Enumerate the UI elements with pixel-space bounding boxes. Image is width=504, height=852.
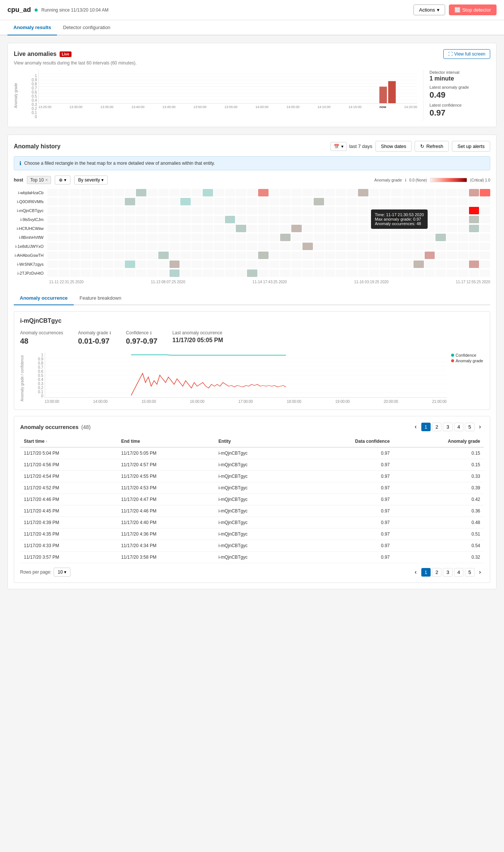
next-page-button[interactable]: › [476, 422, 484, 431]
heatmap-cell[interactable] [136, 189, 146, 196]
tab-feature-breakdown[interactable]: Feature breakdown [74, 291, 127, 305]
top-header: cpu_ad Running since 11/13/20 10:04 AM A… [0, 0, 504, 20]
prev-page-button-bottom[interactable]: ‹ [412, 568, 419, 577]
heatmap-cell[interactable] [469, 207, 479, 214]
cell-entity: i-mQjnCBTgyc [215, 471, 298, 482]
heatmap-cell[interactable] [413, 261, 424, 268]
show-dates-button[interactable]: Show dates [375, 141, 412, 152]
clear-top10-button[interactable]: × [45, 177, 48, 183]
main-content: Live anomalies Live ⛶ View full screen V… [0, 35, 504, 597]
heatmap-cell [203, 207, 213, 214]
cell-confidence: 0.97 [298, 459, 394, 471]
page-1-button[interactable]: 1 [421, 423, 431, 431]
heatmap-cell[interactable] [258, 189, 269, 196]
table-body: 11/17/20 5:04 PM 11/17/20 5:05 PM i-mQjn… [20, 447, 484, 563]
heatmap-cell [158, 225, 169, 232]
heatmap-cell [58, 243, 69, 250]
heatmap-cell [325, 198, 335, 205]
heatmap-cell [47, 216, 58, 223]
heatmap-row: i-flBmhHVtfW [14, 234, 490, 241]
page-4-button[interactable]: 4 [454, 423, 463, 431]
heatmap-cell[interactable] [247, 269, 257, 277]
heatmap-cell [247, 207, 257, 214]
heatmap-cell [425, 234, 435, 241]
heatmap-cell [136, 243, 146, 250]
heatmap-cell[interactable] [125, 198, 135, 205]
heatmap-cell [380, 207, 390, 214]
heatmap-cell[interactable] [125, 261, 135, 268]
stop-detector-button[interactable]: ⬜ Stop detector [449, 4, 497, 15]
heatmap-cell[interactable] [158, 252, 169, 259]
page-5-button-bottom[interactable]: 5 [465, 568, 474, 577]
page-3-button[interactable]: 3 [443, 423, 452, 431]
heatmap-cell [214, 189, 224, 196]
page-2-button[interactable]: 2 [432, 423, 441, 431]
heatmap-cell[interactable] [469, 225, 479, 232]
view-fullscreen-button[interactable]: ⛶ View full screen [443, 49, 490, 59]
live-anomalies-card: Live anomalies Live ⛶ View full screen V… [7, 43, 497, 127]
heatmap-cell [402, 234, 413, 241]
next-page-button-bottom[interactable]: › [476, 568, 484, 577]
heatmap-cell[interactable] [391, 216, 402, 223]
heatmap-cell [70, 198, 80, 205]
heatmap-cell[interactable] [302, 243, 313, 250]
heatmap-cell [103, 252, 113, 259]
calendar-button[interactable]: 📅 ▾ [330, 142, 347, 151]
heatmap-cell[interactable] [258, 252, 269, 259]
tab-anomaly-results[interactable]: Anomaly results [7, 20, 57, 35]
setup-alerts-button[interactable]: Set up alerts [452, 141, 490, 152]
tab-anomaly-occurrence[interactable]: Anomaly occurrence [14, 291, 74, 305]
refresh-button[interactable]: ↻ Refresh [415, 141, 449, 152]
col-start-time: Start time ↑ [20, 436, 117, 447]
cell-end: 11/17/20 4:55 PM [117, 471, 215, 482]
page-1-button-bottom[interactable]: 1 [421, 568, 431, 577]
heatmap-cell[interactable] [358, 189, 368, 196]
heatmap-cell [391, 269, 402, 277]
heatmap-cell[interactable] [435, 234, 446, 241]
heatmap-cell[interactable] [203, 189, 213, 196]
table-row: 11/17/20 4:56 PM 11/17/20 4:57 PM i-mQjn… [20, 459, 484, 471]
heatmap-cell [336, 216, 346, 223]
heatmap-cell[interactable] [291, 225, 302, 232]
heatmap-cell[interactable] [225, 216, 235, 223]
heatmap-cell [58, 198, 69, 205]
heatmap-cell [391, 261, 402, 268]
heatmap-cell[interactable] [480, 189, 490, 196]
heatmap-cell[interactable] [469, 261, 479, 268]
heatmap-cell[interactable] [236, 225, 246, 232]
heatmap-cell [280, 269, 291, 277]
metric-last-occurrence: Last anomaly occurrence 11/17/20 05:05 P… [172, 330, 223, 345]
heatmap-cell[interactable] [469, 189, 479, 196]
page-2-button-bottom[interactable]: 2 [432, 568, 441, 577]
heatmap-cell[interactable] [425, 252, 435, 259]
prev-page-button[interactable]: ‹ [412, 422, 419, 431]
heatmap-cell [203, 198, 213, 205]
heatmap-cell [169, 252, 180, 259]
page-4-button-bottom[interactable]: 4 [454, 568, 463, 577]
heatmap-cell [447, 269, 457, 277]
heatmap-cell [236, 269, 246, 277]
heatmap-cell [269, 269, 280, 277]
chart-area: 13:25:00 13:30:00 13:35:00 13:40:00 13:4… [38, 70, 417, 121]
actions-button[interactable]: Actions ▾ [413, 4, 445, 15]
page-5-button[interactable]: 5 [465, 423, 474, 431]
heatmap-cell[interactable] [469, 216, 479, 223]
heatmap-cells [47, 189, 490, 196]
heatmap-cell[interactable] [169, 269, 180, 277]
heatmap-cell[interactable] [280, 234, 291, 241]
heatmap-cell[interactable] [314, 198, 324, 205]
tab-detector-configuration[interactable]: Detector configuration [57, 20, 116, 35]
host-dropdown[interactable]: ⊕ ▾ [55, 176, 70, 184]
heatmap-cell[interactable] [169, 261, 180, 268]
heatmap-cell [191, 225, 202, 232]
cell-end: 11/17/20 4:40 PM [117, 517, 215, 528]
severity-dropdown[interactable]: By severity ▾ [74, 176, 108, 184]
heatmap-cell[interactable] [180, 198, 191, 205]
heatmap-cell [58, 252, 69, 259]
heatmap-cell [336, 269, 346, 277]
rows-per-page-dropdown[interactable]: 10 ▾ [54, 568, 70, 577]
heatmap-cell [314, 243, 324, 250]
stop-detector-label: Stop detector [462, 7, 491, 13]
heatmap-cell [358, 234, 368, 241]
page-3-button-bottom[interactable]: 3 [443, 568, 452, 577]
